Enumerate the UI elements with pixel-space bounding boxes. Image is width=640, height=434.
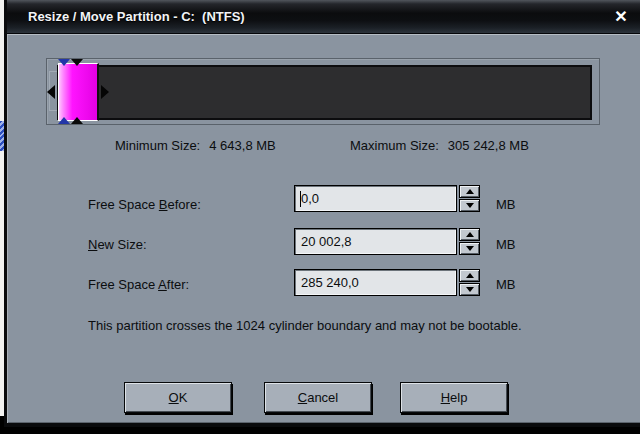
spin-down-icon: [466, 287, 474, 292]
spin-up-button[interactable]: [459, 228, 480, 241]
top-black-arrow-icon: [71, 59, 83, 66]
new-size-label: New Size:: [88, 237, 147, 253]
free-space-after-input[interactable]: [295, 270, 456, 295]
cancel-button[interactable]: Cancel: [264, 382, 372, 413]
titlebar[interactable]: Resize / Move Partition - C: (NTFS) ✕: [7, 0, 640, 33]
spin-up-icon: [466, 232, 474, 237]
maximum-size-label: Maximum Size:: [350, 138, 439, 153]
close-icon[interactable]: ✕: [610, 5, 632, 27]
free-space-before-input[interactable]: [295, 186, 456, 211]
free-space-before-spinner: [459, 185, 480, 212]
new-size-input[interactable]: [295, 229, 456, 254]
partition-block[interactable]: [58, 63, 99, 121]
free-space-after-label: Free Space After:: [88, 277, 189, 293]
ok-button[interactable]: OK: [124, 382, 232, 413]
disk-bar: [57, 65, 592, 120]
new-size-field-frame: [294, 228, 457, 255]
free-space-before-unit: MB: [496, 197, 516, 213]
maximum-size: Maximum Size:305 242,8 MB: [350, 138, 529, 153]
left-resize-handle-icon[interactable]: [47, 85, 55, 99]
help-button[interactable]: Help: [400, 382, 508, 413]
spin-up-button[interactable]: [459, 185, 480, 198]
right-resize-handle-icon[interactable]: [101, 85, 109, 99]
minimum-size: Minimum Size:4 643,8 MB: [115, 138, 276, 153]
size-info-row: Minimum Size:4 643,8 MB Maximum Size:305…: [7, 138, 640, 154]
spin-down-button[interactable]: [459, 283, 480, 296]
minimum-size-label: Minimum Size:: [115, 138, 200, 153]
dialog-title: Resize / Move Partition - C: (NTFS): [7, 9, 245, 24]
spin-down-icon: [466, 203, 474, 208]
boundary-warning-text: This partition crosses the 1024 cylinder…: [88, 317, 558, 334]
free-space-after-field-frame: [294, 269, 457, 296]
spin-up-icon: [466, 273, 474, 278]
partition-map: [46, 58, 600, 125]
spin-down-button[interactable]: [459, 199, 480, 212]
spin-down-button[interactable]: [459, 242, 480, 255]
top-blue-arrow-icon: [58, 59, 70, 66]
spin-up-icon: [466, 189, 474, 194]
spin-up-button[interactable]: [459, 269, 480, 282]
free-space-before-label: Free Space Before:: [88, 197, 201, 213]
free-space-before-field-frame: [294, 185, 457, 212]
spin-down-icon: [466, 246, 474, 251]
free-space-after-unit: MB: [496, 277, 516, 293]
new-size-spinner: [459, 228, 480, 255]
new-size-unit: MB: [496, 237, 516, 253]
screen: Resize / Move Partition - C: (NTFS) ✕ Mi…: [0, 0, 640, 434]
dialog-client-area: Minimum Size:4 643,8 MB Maximum Size:305…: [7, 33, 640, 423]
bottom-black-arrow-icon: [71, 117, 83, 124]
resize-move-partition-dialog: Resize / Move Partition - C: (NTFS) ✕ Mi…: [4, 0, 640, 427]
minimum-size-value: 4 643,8 MB: [209, 138, 276, 153]
free-space-after-spinner: [459, 269, 480, 296]
bottom-blue-arrow-icon: [58, 117, 70, 124]
maximum-size-value: 305 242,8 MB: [448, 138, 529, 153]
